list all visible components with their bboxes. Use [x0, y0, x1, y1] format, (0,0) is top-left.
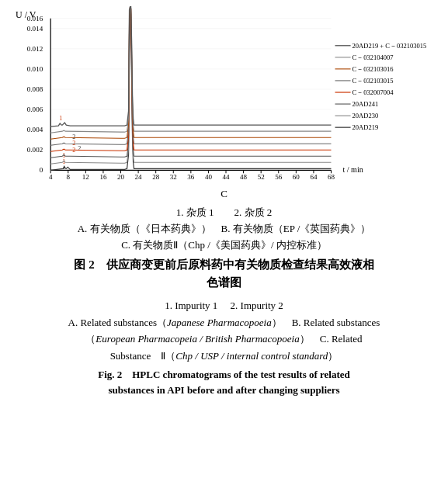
fig-title-cn: 图 2 供应商变更前后原料药中有关物质检查结果高效液相 色谱图	[8, 256, 440, 291]
svg-text:0.004: 0.004	[27, 126, 43, 133]
fig-title-cn-line1: 图 2 供应商变更前后原料药中有关物质检查结果高效液相	[8, 256, 440, 274]
fig-title-cn-line2: 色谱图	[8, 274, 440, 292]
fig-title-en: Fig. 2 HPLC chromatograms of the test re…	[8, 367, 440, 397]
svg-text:20AD219 + C－032103015: 20AD219 + C－032103015	[352, 42, 427, 50]
en-annotation-line3: （European Pharmacopeia / British Pharmac…	[8, 331, 440, 347]
svg-text:4: 4	[49, 173, 53, 181]
svg-text:t / min: t / min	[343, 165, 363, 174]
svg-text:0.010: 0.010	[27, 65, 43, 73]
svg-text:2: 2	[72, 140, 75, 147]
svg-text:0.002: 0.002	[27, 146, 43, 154]
svg-text:2: 2	[78, 145, 81, 152]
svg-text:20AD219: 20AD219	[352, 123, 379, 131]
svg-text:0: 0	[40, 166, 43, 174]
chart-svg: U / V 0 0.002 0.004 0.006 0.008 0.010 0.…	[8, 6, 440, 185]
svg-text:2: 2	[72, 133, 75, 140]
svg-text:C－032103016: C－032103016	[352, 65, 394, 73]
cn-annotations: 1. 杂质 1 2. 杂质 2 A. 有关物质（《日本药典》） B. 有关物质（…	[8, 205, 440, 253]
chart-container: U / V 0 0.002 0.004 0.006 0.008 0.010 0.…	[8, 6, 440, 185]
svg-text:8: 8	[67, 173, 71, 181]
svg-text:48: 48	[240, 173, 248, 181]
svg-text:0.014: 0.014	[27, 25, 43, 33]
page-container: U / V 0 0.002 0.004 0.006 0.008 0.010 0.…	[0, 0, 448, 408]
svg-text:28: 28	[152, 173, 160, 181]
cn-annotation-line2: A. 有关物质（《日本药典》） B. 有关物质（EP /《英国药典》）	[8, 221, 440, 237]
svg-text:32: 32	[170, 173, 178, 181]
svg-text:56: 56	[275, 173, 283, 181]
svg-text:C－032104007: C－032104007	[352, 54, 394, 61]
svg-text:24: 24	[135, 173, 143, 181]
en-annotation-line2: A. Related substances（Japanese Pharmacop…	[8, 314, 440, 331]
svg-text:20AD230: 20AD230	[352, 112, 379, 120]
svg-text:68: 68	[328, 173, 335, 181]
svg-text:0.008: 0.008	[27, 85, 43, 93]
svg-text:52: 52	[258, 173, 266, 181]
svg-text:1: 1	[59, 115, 62, 122]
svg-text:44: 44	[223, 173, 231, 181]
fig-title-en-line2: substances in API before and after chang…	[8, 383, 440, 398]
svg-text:C－032103015: C－032103015	[352, 77, 394, 85]
en-annotations: 1. Impurity 1 2. Impurity 2 A. Related s…	[8, 297, 440, 364]
svg-text:0.016: 0.016	[27, 15, 43, 23]
svg-text:64: 64	[310, 173, 318, 181]
cn-annotation-line3: C. 有关物质Ⅱ（Chp /《美国药典》/ 内控标准）	[8, 237, 440, 254]
svg-text:12: 12	[82, 173, 90, 181]
chart-caption: C	[8, 188, 440, 200]
fig-title-en-line1: Fig. 2 HPLC chromatograms of the test re…	[8, 367, 440, 383]
cn-annotation-line1: 1. 杂质 1 2. 杂质 2	[8, 205, 440, 221]
en-annotation-line4: Substance Ⅱ（Chp / USP / internal control…	[8, 348, 440, 364]
svg-text:0.012: 0.012	[27, 45, 43, 53]
svg-text:60: 60	[293, 173, 300, 181]
en-annotation-line1: 1. Impurity 1 2. Impurity 2	[8, 297, 440, 314]
svg-text:C－032007004: C－032007004	[352, 88, 394, 96]
svg-text:0.006: 0.006	[27, 106, 43, 113]
svg-text:36: 36	[187, 173, 195, 181]
svg-text:40: 40	[205, 173, 213, 181]
svg-text:20AD241: 20AD241	[352, 100, 379, 108]
svg-text:20: 20	[117, 173, 125, 181]
svg-text:16: 16	[99, 173, 107, 181]
